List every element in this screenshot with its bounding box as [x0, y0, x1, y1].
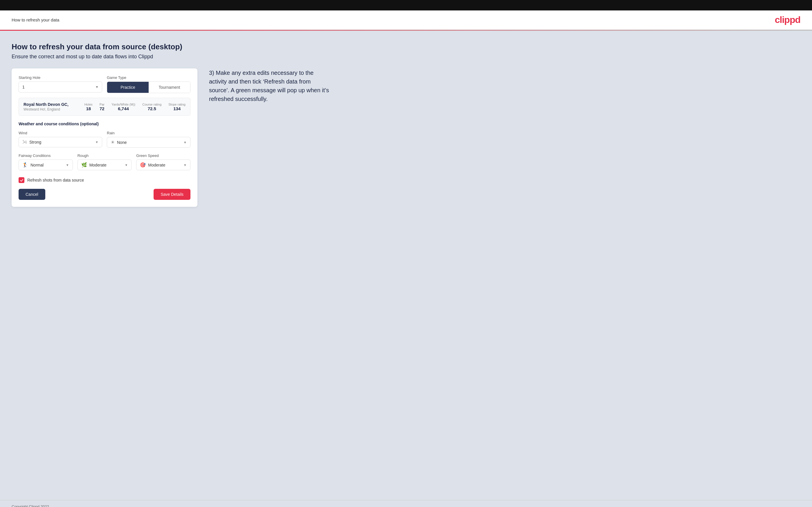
rain-value: None — [117, 140, 184, 145]
starting-hole-section: Starting Hole 1 ▼ — [18, 75, 102, 93]
cancel-button[interactable]: Cancel — [18, 189, 45, 200]
footer: Copyright Clippd 2022 — [0, 500, 812, 507]
rain-icon: ☀ — [111, 139, 115, 145]
starting-hole-select-wrapper: 1 ▼ — [18, 81, 102, 93]
wind-rain-row: Wind 🌬 Strong ▼ Rain ☀ None ▼ — [18, 131, 191, 148]
course-rating-label: Course rating — [142, 103, 161, 106]
sidebar-description: 3) Make any extra edits necessary to the… — [209, 68, 331, 103]
starting-hole-select[interactable]: 1 — [18, 81, 102, 93]
fairway-arrow-icon: ▼ — [66, 163, 69, 167]
stat-par: Par 72 — [100, 103, 104, 111]
fairway-rough-green-row: Fairway Conditions 🏌 Normal ▼ Rough 🌿 Mo… — [18, 154, 191, 170]
course-info-row: Royal North Devon GC, Westward Ho!, Engl… — [18, 98, 191, 116]
rough-label: Rough — [78, 154, 132, 158]
fairway-select[interactable]: 🏌 Normal ▼ — [18, 160, 73, 170]
wind-arrow-icon: ▼ — [95, 140, 98, 144]
rough-value: Moderate — [89, 163, 125, 167]
slope-rating-label: Slope rating — [168, 103, 186, 106]
par-value: 72 — [100, 106, 104, 111]
rough-section: Rough 🌿 Moderate ▼ — [78, 154, 132, 170]
rain-select[interactable]: ☀ None ▼ — [107, 137, 191, 148]
wind-select[interactable]: 🌬 Strong ▼ — [18, 137, 102, 147]
logo: clippd — [775, 14, 800, 25]
green-speed-section: Green Speed 🎯 Moderate ▼ — [136, 154, 191, 170]
green-speed-arrow-icon: ▼ — [184, 163, 187, 167]
stat-course-rating: Course rating 72.5 — [142, 103, 161, 111]
par-label: Par — [100, 103, 104, 106]
save-button[interactable]: Save Details — [154, 189, 191, 200]
course-stats: Holes 18 Par 72 Yards/White (M)) 6,744 C… — [85, 103, 186, 111]
starting-hole-label: Starting Hole — [18, 75, 102, 80]
fairway-value: Normal — [31, 163, 66, 167]
main-content: How to refresh your data from source (de… — [0, 31, 812, 500]
course-details: Royal North Devon GC, Westward Ho!, Engl… — [23, 102, 68, 111]
rough-icon: 🌿 — [81, 162, 87, 168]
page-subtitle: Ensure the correct and most up to date d… — [12, 54, 800, 60]
page-title: How to refresh your data from source (de… — [12, 42, 800, 51]
form-actions: Cancel Save Details — [18, 189, 191, 200]
green-speed-icon: 🎯 — [140, 162, 146, 168]
stat-slope-rating: Slope rating 134 — [168, 103, 186, 111]
wind-value: Strong — [29, 140, 95, 145]
course-rating-value: 72.5 — [142, 106, 161, 111]
rain-label: Rain — [107, 131, 191, 135]
slope-rating-value: 134 — [168, 106, 186, 111]
header: How to refresh your data clippd — [0, 10, 812, 30]
fairway-section: Fairway Conditions 🏌 Normal ▼ — [18, 154, 73, 170]
stat-holes: Holes 18 — [85, 103, 93, 111]
yards-value: 6,744 — [111, 106, 135, 111]
refresh-checkbox-row: Refresh shots from data source — [18, 177, 191, 183]
wind-label: Wind — [18, 131, 102, 135]
fairway-icon: 🏌 — [22, 162, 28, 168]
game-type-label: Game Type — [107, 75, 191, 80]
wind-section: Wind 🌬 Strong ▼ — [18, 131, 102, 148]
stat-yards: Yards/White (M)) 6,744 — [111, 103, 135, 111]
game-type-section: Game Type Practice Tournament — [107, 75, 191, 93]
holes-value: 18 — [85, 106, 93, 111]
course-location: Westward Ho!, England — [23, 107, 68, 111]
holes-label: Holes — [85, 103, 93, 106]
tournament-button[interactable]: Tournament — [149, 82, 190, 93]
game-type-buttons: Practice Tournament — [107, 81, 191, 93]
conditions-title: Weather and course conditions (optional) — [18, 121, 191, 126]
rain-arrow-icon: ▼ — [184, 141, 187, 144]
refresh-label: Refresh shots from data source — [27, 178, 84, 182]
course-name: Royal North Devon GC, — [23, 102, 68, 107]
rain-section: Rain ☀ None ▼ — [107, 131, 191, 148]
green-speed-label: Green Speed — [136, 154, 191, 158]
sidebar-text: 3) Make any extra edits necessary to the… — [209, 68, 331, 103]
yards-label: Yards/White (M)) — [111, 103, 135, 106]
fairway-label: Fairway Conditions — [18, 154, 73, 158]
header-title: How to refresh your data — [12, 17, 59, 22]
footer-text: Copyright Clippd 2022 — [12, 504, 49, 507]
green-speed-value: Moderate — [148, 163, 184, 167]
practice-button[interactable]: Practice — [107, 82, 149, 93]
wind-icon: 🌬 — [22, 139, 27, 145]
top-bar — [0, 0, 812, 10]
starting-hole-game-type-row: Starting Hole 1 ▼ Game Type Practice Tou… — [18, 75, 191, 93]
rough-arrow-icon: ▼ — [124, 163, 128, 167]
refresh-checkbox[interactable] — [18, 177, 24, 183]
form-card: Starting Hole 1 ▼ Game Type Practice Tou… — [12, 68, 197, 207]
content-row: Starting Hole 1 ▼ Game Type Practice Tou… — [12, 68, 800, 207]
rough-select[interactable]: 🌿 Moderate ▼ — [78, 160, 132, 170]
green-speed-select[interactable]: 🎯 Moderate ▼ — [136, 160, 191, 170]
